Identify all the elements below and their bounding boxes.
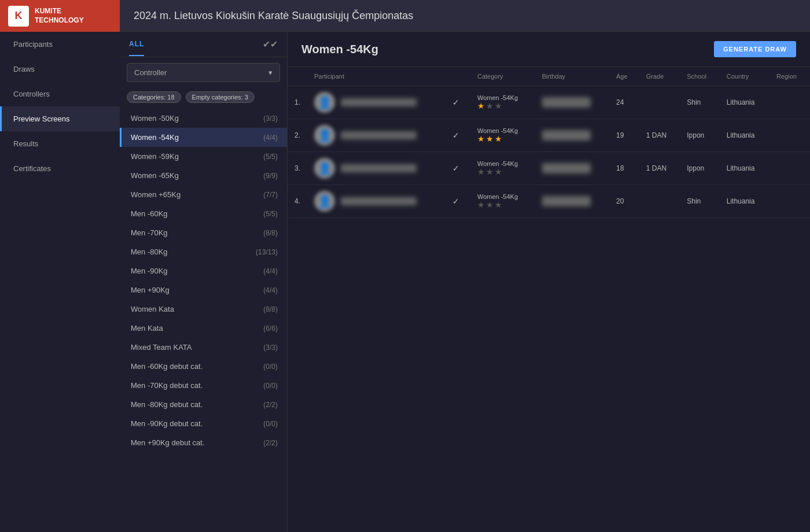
participant-name: XXXXXXXX XXXXXXXX: [341, 98, 417, 106]
category-item[interactable]: Women -59Kg(5/5): [120, 147, 287, 166]
category-item[interactable]: Men -70Kg debut cat.(0/0): [120, 376, 287, 395]
row-number: 4.: [288, 185, 307, 218]
table-row[interactable]: 1.👤XXXXXXXX XXXXXXXX✓Women -54Kg★★★XXXXX…: [288, 86, 810, 119]
stars: ★★★: [477, 167, 528, 176]
participant-cell: 👤XXXXXXXX XXXXXXXX: [307, 152, 446, 185]
participants-table-wrap: Participant Category Birthday Age Grade …: [288, 67, 810, 532]
category-item[interactable]: Men Kata(6/6): [120, 319, 287, 338]
table-row[interactable]: 4.👤XXXXXXXX XXXXXXXX✓Women -54Kg★★★XXXXX…: [288, 185, 810, 218]
category-name: Men -60Kg debut cat.: [131, 362, 203, 371]
row-region: [770, 152, 810, 185]
left-panel: ALL ✔✔ Controller ▾ Categories: 18Empty …: [120, 32, 288, 532]
category-item[interactable]: Women -50Kg(3/3): [120, 109, 287, 128]
category-count: (0/0): [263, 382, 278, 390]
category-item[interactable]: Men -90Kg debut cat.(0/0): [120, 414, 287, 433]
sidebar-item-draws[interactable]: Draws: [0, 57, 120, 82]
participant-cell: 👤XXXXXXXX XXXXXXXX: [307, 86, 446, 119]
sidebar-item-preview-screens[interactable]: Preview Screens: [0, 106, 120, 131]
stars: ★★★: [477, 200, 528, 209]
category-name: Men +90Kg debut cat.: [131, 438, 205, 447]
col-check: [446, 67, 470, 86]
filter-badge: Categories: 18: [127, 91, 181, 103]
table-row[interactable]: 2.👤XXXXXXXX XXXXXXXX✓Women -54Kg★★★XXXXX…: [288, 119, 810, 152]
row-grade: [639, 185, 680, 218]
row-birthday: XXXXXXXXX: [535, 152, 609, 185]
category-item[interactable]: Men +90Kg debut cat.(2/2): [120, 433, 287, 452]
right-header: Women -54Kg GENERATE DRAW: [288, 32, 810, 67]
generate-draw-button[interactable]: GENERATE DRAW: [714, 41, 796, 57]
category-count: (2/2): [263, 401, 278, 409]
tabs-row: ALL ✔✔: [120, 32, 287, 57]
tab-all[interactable]: ALL: [129, 40, 144, 56]
row-grade: 1 DAN: [639, 152, 680, 185]
sidebar-item-results[interactable]: Results: [0, 131, 120, 156]
category-name: Women Kata: [131, 305, 174, 313]
controller-dropdown[interactable]: Controller ▾: [127, 63, 280, 82]
category-item[interactable]: Women Kata(8/8): [120, 300, 287, 319]
category-count: (2/2): [263, 439, 278, 447]
check-all-icon[interactable]: ✔✔: [263, 39, 278, 50]
logo-text: KUMITETECHNOLOGY: [35, 7, 84, 25]
category-item[interactable]: Men -60Kg(5/5): [120, 204, 287, 223]
participant-cell: 👤XXXXXXXX XXXXXXXX: [307, 119, 446, 152]
category-list: Women -50Kg(3/3)Women -54Kg(4/4)Women -5…: [120, 109, 287, 532]
category-count: (0/0): [263, 363, 278, 371]
star-empty-icon: ★: [486, 101, 494, 110]
star-empty-icon: ★: [495, 167, 502, 176]
sidebar-item-certificates[interactable]: Certificates: [0, 156, 120, 181]
category-count: (4/4): [263, 267, 278, 275]
category-count: (7/7): [263, 191, 278, 199]
table-body: 1.👤XXXXXXXX XXXXXXXX✓Women -54Kg★★★XXXXX…: [288, 86, 810, 218]
category-name: Women -65Kg: [131, 171, 179, 180]
row-grade: 1 DAN: [639, 119, 680, 152]
row-birthday: XXXXXXXXX: [535, 185, 609, 218]
row-category: Women -54Kg★★★: [470, 185, 535, 218]
category-count: (3/3): [263, 114, 278, 123]
category-item[interactable]: Mixed Team KATA(3/3): [120, 338, 287, 357]
category-item[interactable]: Men -60Kg debut cat.(0/0): [120, 357, 287, 376]
category-item[interactable]: Men -80Kg(13/13): [120, 242, 287, 261]
category-item[interactable]: Men -90Kg(4/4): [120, 261, 287, 280]
row-country: Lithuania: [720, 185, 770, 218]
table-row[interactable]: 3.👤XXXXXXXX XXXXXXXX✓Women -54Kg★★★XXXXX…: [288, 152, 810, 185]
category-name: Women -59Kg: [131, 152, 179, 161]
row-category: Women -54Kg★★★: [470, 119, 535, 152]
category-name: Men -80Kg debut cat.: [131, 400, 203, 409]
category-name: Men -60Kg: [131, 209, 168, 218]
star-empty-icon: ★: [495, 200, 502, 209]
category-title: Women -54Kg: [301, 43, 378, 56]
row-country: Lithuania: [720, 86, 770, 119]
sidebar-item-participants[interactable]: Participants: [0, 32, 120, 57]
row-country: Lithuania: [720, 119, 770, 152]
col-category: Category: [470, 67, 535, 86]
category-count: (5/5): [263, 210, 278, 218]
row-school: Shin: [680, 185, 719, 218]
row-region: [770, 86, 810, 119]
category-item[interactable]: Men -80Kg debut cat.(2/2): [120, 395, 287, 414]
birthday-value: XXXXXXXXX: [542, 163, 591, 173]
category-count: (0/0): [263, 420, 278, 428]
row-category: Women -54Kg★★★: [470, 152, 535, 185]
category-count: (5/5): [263, 153, 278, 161]
star-empty-icon: ★: [477, 200, 485, 209]
category-item[interactable]: Women -65Kg(9/9): [120, 166, 287, 185]
col-participant: Participant: [307, 67, 446, 86]
participant-name: XXXXXXXX XXXXXXXX: [341, 197, 417, 205]
logo-icon: K: [8, 6, 29, 27]
row-age: 19: [609, 119, 639, 152]
category-item[interactable]: Women -54Kg(4/4): [120, 128, 287, 147]
sidebar-item-controllers[interactable]: Controllers: [0, 82, 120, 106]
participant-cell: 👤XXXXXXXX XXXXXXXX: [307, 185, 446, 218]
row-country: Lithuania: [720, 152, 770, 185]
birthday-value: XXXXXXXXX: [542, 196, 591, 206]
check-icon: ✓: [446, 152, 470, 185]
avatar: 👤: [314, 125, 335, 146]
row-age: 18: [609, 152, 639, 185]
birthday-value: XXXXXXXXX: [542, 97, 591, 108]
row-age: 20: [609, 185, 639, 218]
category-item[interactable]: Men +90Kg(4/4): [120, 280, 287, 300]
row-category: Women -54Kg★★★: [470, 86, 535, 119]
dropdown-arrow-icon: ▾: [268, 68, 273, 77]
category-item[interactable]: Women +65Kg(7/7): [120, 185, 287, 204]
category-item[interactable]: Men -70Kg(8/8): [120, 223, 287, 242]
